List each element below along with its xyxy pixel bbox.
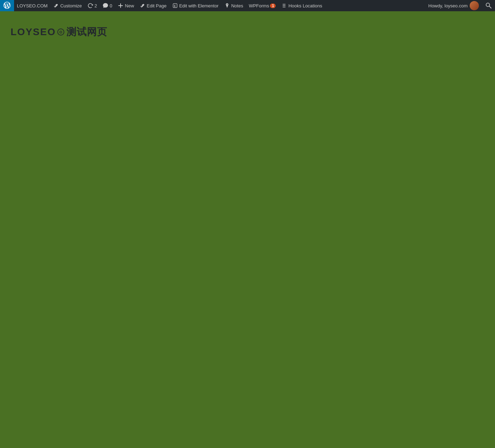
wpforms-label: WPForms <box>249 3 269 8</box>
customize-item[interactable]: Customize <box>50 0 84 11</box>
site-title-chinese: 测试网页 <box>66 25 107 39</box>
avatar <box>470 1 479 10</box>
edit-icon <box>140 3 145 8</box>
site-title-latin: LOYSEO <box>11 26 56 38</box>
adminbar-left: LOYSEO.COM Customize 2 <box>0 0 425 11</box>
pencil-icon <box>53 3 59 8</box>
howdy-area[interactable]: Howdy, loyseo.com <box>425 0 482 11</box>
customize-label: Customize <box>60 3 82 8</box>
hooks-label: Hooks Locations <box>288 3 322 8</box>
wp-logo-icon <box>4 2 11 10</box>
elementor-label: Edit with Elementor <box>179 3 219 8</box>
plus-icon <box>118 3 123 8</box>
hooks-icon <box>281 3 287 8</box>
updates-count: 2 <box>95 3 97 8</box>
edit-page-label: Edit Page <box>147 3 166 8</box>
adminbar-right: Howdy, loyseo.com <box>425 0 495 11</box>
new-item[interactable]: New <box>115 0 137 11</box>
new-label: New <box>125 3 134 8</box>
howdy-text: Howdy, loyseo.com <box>428 3 468 8</box>
wpforms-count-badge: 1 <box>270 4 276 8</box>
notes-icon <box>224 3 230 8</box>
notes-label: Notes <box>231 3 243 8</box>
site-name-label: LOYSEO.COM <box>17 3 47 8</box>
wpforms-item[interactable]: WPForms 1 <box>246 0 279 11</box>
avatar-image <box>470 1 479 10</box>
main-content: LOYSEO ⊙ 测试网页 <box>0 11 495 448</box>
update-icon <box>88 3 93 8</box>
site-name-item[interactable]: LOYSEO.COM <box>14 0 50 11</box>
wp-logo-item[interactable] <box>0 0 14 11</box>
elementor-icon: E <box>172 3 178 8</box>
comment-icon <box>103 3 108 8</box>
hooks-item[interactable]: Hooks Locations <box>278 0 325 11</box>
comments-count: 0 <box>110 3 112 8</box>
svg-line-3 <box>489 6 491 8</box>
title-icon: ⊙ <box>57 28 64 36</box>
edit-page-item[interactable]: Edit Page <box>137 0 169 11</box>
comments-item[interactable]: 0 <box>100 0 115 11</box>
updates-item[interactable]: 2 <box>85 0 100 11</box>
admin-bar: LOYSEO.COM Customize 2 <box>0 0 495 11</box>
elementor-item[interactable]: E Edit with Elementor <box>169 0 221 11</box>
search-icon <box>485 2 491 9</box>
search-icon-item[interactable] <box>482 0 495 11</box>
site-title: LOYSEO ⊙ 测试网页 <box>11 25 484 39</box>
svg-text:E: E <box>174 4 176 8</box>
notes-item[interactable]: Notes <box>221 0 246 11</box>
